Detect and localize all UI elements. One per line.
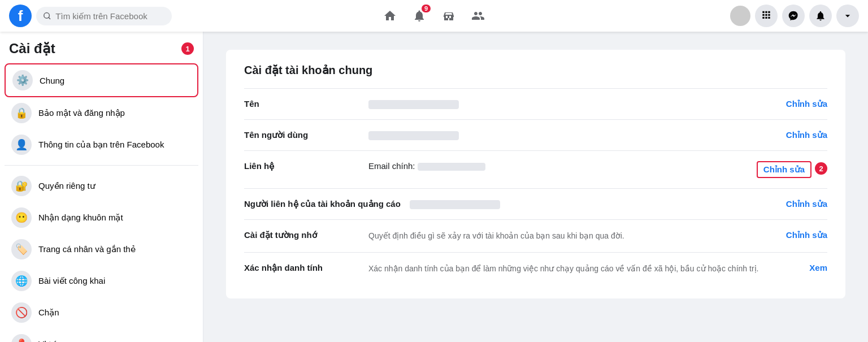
edit-nguoi-lien-he: Chỉnh sửa [771, 199, 827, 209]
edit-tuong-nho: Chỉnh sửa [771, 230, 827, 240]
edit-ten-nguoi-dung: Chỉnh sửa [771, 130, 827, 140]
facebook-logo[interactable]: f [9, 5, 32, 27]
messenger-icon [788, 10, 799, 21]
home-nav-button[interactable] [376, 2, 403, 29]
notifications-button[interactable] [809, 5, 832, 27]
edit-tuong-nho-button[interactable]: Chỉnh sửa [786, 230, 827, 240]
person-icon: 👤 [11, 135, 32, 155]
sidebar-item-nhan-dang[interactable]: 😶 Nhận dạng khuôn mặt [5, 202, 198, 233]
location-icon: 📍 [11, 334, 32, 342]
lock-icon: 🔒 [11, 103, 32, 123]
chevron-down-button[interactable] [836, 5, 859, 27]
chevron-down-icon [842, 10, 853, 21]
sidebar-item-bai-viet[interactable]: 🌐 Bài viết công khai [5, 265, 198, 297]
search-input[interactable] [55, 11, 165, 21]
label-ten: Tên [244, 99, 368, 109]
home-icon [383, 9, 397, 23]
sidebar-item-label-nhan-dang: Nhận dạng khuôn mặt [38, 213, 123, 223]
label-lien-he: Liên hệ [244, 161, 368, 171]
view-xac-nhan-button[interactable]: Xem [809, 263, 827, 272]
notifications-nav-button[interactable]: 9 [406, 2, 433, 29]
label-tuong-nho: Cài đặt tường nhớ [244, 230, 368, 240]
email-prefix-label: Email chính: [368, 161, 418, 171]
topnav-left: f [9, 5, 190, 27]
gear-icon: ⚙️ [12, 70, 33, 90]
blurred-value-ten-nguoi-dung [368, 131, 459, 140]
page-title: Cài đặt tài khoản chung [244, 63, 827, 77]
messenger-button[interactable] [782, 5, 805, 27]
blurred-value-ten [368, 100, 459, 109]
notification-bell-icon [815, 10, 826, 21]
value-nguoi-lien-he [410, 199, 771, 209]
marketplace-nav-button[interactable] [435, 2, 462, 29]
groups-icon [471, 9, 485, 23]
row-ten: Tên Chỉnh sửa [244, 89, 827, 120]
grid-icon [761, 10, 772, 21]
blurred-value-lien-he [418, 163, 485, 171]
sidebar-item-label-bai-viet: Bài viết công khai [38, 276, 105, 286]
sidebar-item-label-quyen-rieng-tu: Quyền riêng tư [38, 181, 96, 191]
sidebar-item-label-bao-mat: Bảo mật và đăng nhập [38, 108, 125, 118]
edit-lien-he: Chỉnh sửa 2 [757, 161, 827, 178]
sidebar-item-label-chan: Chặn [38, 308, 59, 318]
sidebar-item-vi-tri[interactable]: 📍 Vị trí [5, 328, 198, 342]
edit-ten: Chỉnh sửa [771, 99, 827, 109]
value-lien-he: Email chính: [368, 161, 757, 171]
label-xac-nhan: Xác nhận danh tính [244, 263, 368, 273]
edit-ten-nguoi-dung-button[interactable]: Chỉnh sửa [786, 130, 827, 140]
sidebar-item-thong-tin[interactable]: 👤 Thông tin của bạn trên Facebook [5, 129, 198, 161]
row-tuong-nho: Cài đặt tường nhớ Quyết định điều gì sẽ … [244, 220, 827, 253]
topnav-center: 9 [190, 2, 678, 29]
settings-card: Cài đặt tài khoản chung Tên Chỉnh sửa Tê… [226, 50, 845, 298]
sidebar-item-label-vi-tri: Vị trí [38, 339, 57, 342]
edit-nguoi-lien-he-button[interactable]: Chỉnh sửa [786, 199, 827, 209]
topnav-right [678, 5, 859, 27]
privacy-icon: 🔐 [11, 176, 32, 196]
edit-ten-button[interactable]: Chỉnh sửa [786, 99, 827, 109]
globe-icon: 🌐 [11, 271, 32, 291]
groups-nav-button[interactable] [465, 2, 492, 29]
sidebar-header: Cài đặt 1 [5, 41, 198, 63]
grid-menu-button[interactable] [755, 5, 778, 27]
row-ten-nguoi-dung: Tên người dùng Chỉnh sửa [244, 120, 827, 151]
sidebar-item-chung[interactable]: ⚙️ Chung [5, 63, 198, 97]
sidebar-title: Cài đặt [9, 41, 55, 57]
topnav: f 9 [0, 0, 868, 32]
row-nguoi-lien-he: Người liên hệ của tài khoản quảng cáo Ch… [244, 189, 827, 220]
search-icon [43, 11, 51, 20]
notification-badge: 9 [422, 5, 431, 12]
sidebar-item-label-trang-ca-nhan: Trang cá nhân và gắn thẻ [38, 244, 136, 254]
search-box[interactable] [36, 7, 172, 25]
label-nguoi-lien-he: Người liên hệ của tài khoản quảng cáo [244, 199, 410, 209]
sidebar-item-label-thong-tin: Thông tin của bạn trên Facebook [38, 140, 164, 150]
annotation-2-badge: 2 [815, 162, 827, 175]
row-lien-he: Liên hệ Email chính: Chỉnh sửa 2 [244, 151, 827, 189]
user-avatar[interactable] [730, 6, 750, 26]
edit-lien-he-button[interactable]: Chỉnh sửa [757, 161, 811, 178]
row-xac-nhan: Xác nhận danh tính Xác nhận danh tính củ… [244, 253, 827, 285]
desc-xac-nhan: Xác nhận danh tính của bạn để làm những … [368, 263, 771, 275]
block-icon: 🚫 [11, 302, 32, 323]
sidebar-item-label-chung: Chung [40, 76, 64, 85]
value-ten-nguoi-dung [368, 130, 771, 140]
edit-xac-nhan: Xem [771, 263, 827, 272]
blurred-value-nguoi-lien-he [410, 200, 500, 209]
page-body: Cài đặt 1 ⚙️ Chung 🔒 Bảo mật và đăng nhậ… [0, 32, 868, 342]
sidebar-annotation-badge: 1 [181, 42, 194, 55]
tag-icon: 🏷️ [11, 239, 32, 259]
sidebar-item-trang-ca-nhan[interactable]: 🏷️ Trang cá nhân và gắn thẻ [5, 233, 198, 265]
value-ten [368, 99, 771, 109]
sidebar-item-bao-mat[interactable]: 🔒 Bảo mật và đăng nhập [5, 97, 198, 129]
sidebar-divider-1 [5, 165, 198, 166]
main-content: Cài đặt tài khoản chung Tên Chỉnh sửa Tê… [203, 32, 868, 342]
sidebar-item-quyen-rieng-tu[interactable]: 🔐 Quyền riêng tư [5, 170, 198, 202]
face-icon: 😶 [11, 207, 32, 228]
label-ten-nguoi-dung: Tên người dùng [244, 130, 368, 140]
store-icon [442, 9, 455, 23]
svg-line-1 [49, 18, 50, 19]
sidebar: Cài đặt 1 ⚙️ Chung 🔒 Bảo mật và đăng nhậ… [0, 32, 203, 342]
desc-tuong-nho: Quyết định điều gì sẽ xảy ra với tài kho… [368, 230, 771, 242]
sidebar-item-chan[interactable]: 🚫 Chặn [5, 297, 198, 328]
